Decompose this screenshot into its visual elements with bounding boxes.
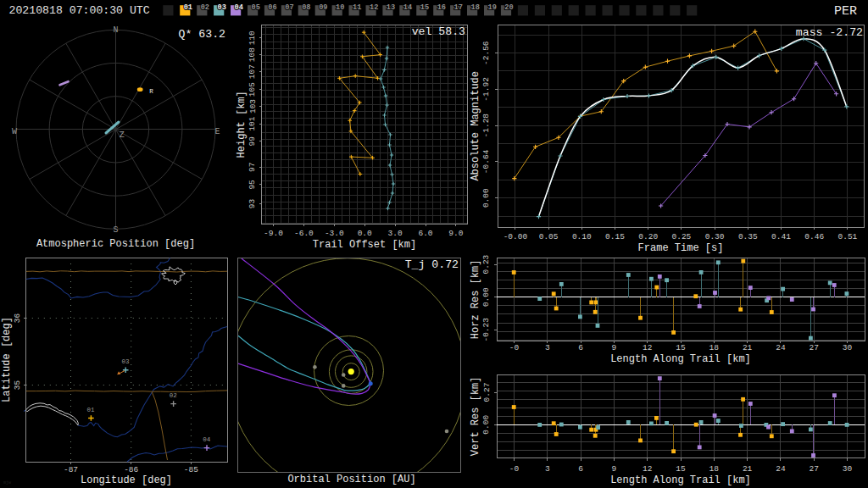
svg-text:110: 110: [248, 30, 258, 45]
svg-text:15: 15: [676, 343, 686, 352]
svg-text:97: 97: [248, 163, 258, 172]
svg-text:06: 06: [268, 3, 276, 12]
svg-text:107: 107: [248, 64, 258, 79]
svg-text:12: 12: [643, 464, 653, 474]
svg-text:18: 18: [709, 464, 720, 474]
svg-text:9: 9: [612, 343, 617, 352]
svg-text:101: 101: [248, 116, 258, 130]
svg-text:N: N: [113, 25, 118, 35]
svg-text:01: 01: [184, 3, 192, 12]
svg-text:12: 12: [370, 3, 378, 12]
svg-text:-0: -0: [509, 464, 520, 474]
svg-text:0.23: 0.23: [482, 254, 492, 274]
svg-text:-0.64: -0.64: [482, 149, 492, 174]
svg-text:04: 04: [234, 3, 242, 12]
svg-text:R: R: [149, 88, 153, 95]
svg-text:6.0: 6.0: [418, 229, 432, 238]
svg-text:-87: -87: [64, 465, 78, 474]
svg-text:0.25: 0.25: [671, 232, 691, 241]
svg-text:17: 17: [454, 3, 463, 12]
svg-text:Height [km]: Height [km]: [236, 91, 248, 158]
svg-text:02: 02: [201, 3, 209, 12]
svg-text:14: 14: [403, 3, 412, 12]
svg-text:18: 18: [470, 3, 479, 12]
svg-text:3: 3: [545, 343, 550, 352]
svg-text:-1.28: -1.28: [482, 114, 492, 138]
svg-text:0.15: 0.15: [605, 232, 625, 241]
svg-text:Length Along Trail [km]: Length Along Trail [km]: [610, 353, 751, 365]
svg-text:E: E: [214, 127, 220, 136]
svg-text:0.05: 0.05: [539, 232, 559, 241]
svg-text:0.00: 0.00: [482, 415, 492, 435]
svg-text:03: 03: [218, 3, 226, 12]
svg-text:Absolute Magnitude: Absolute Magnitude: [470, 71, 481, 181]
svg-text:0.20: 0.20: [638, 232, 658, 241]
svg-text:-85: -85: [184, 465, 198, 474]
svg-text:05: 05: [251, 3, 259, 12]
svg-text:95: 95: [248, 180, 258, 190]
svg-text:Latitude [deg]: Latitude [deg]: [1, 317, 13, 402]
svg-text:08: 08: [302, 3, 310, 12]
svg-text:-0.00: -0.00: [504, 232, 528, 241]
svg-text:W: W: [12, 127, 17, 136]
svg-text:09: 09: [319, 3, 327, 12]
svg-text:108: 108: [248, 47, 258, 62]
svg-text:S: S: [113, 225, 118, 235]
svg-text:Length Along Trail [km]: Length Along Trail [km]: [610, 474, 751, 486]
svg-text:35: 35: [13, 380, 22, 391]
svg-text:0.27: 0.27: [482, 383, 492, 402]
svg-text:Horz Res [km]: Horz Res [km]: [470, 260, 481, 340]
svg-text:03: 03: [121, 358, 130, 365]
svg-text:-0.23: -0.23: [482, 318, 492, 342]
svg-text:16: 16: [437, 3, 446, 12]
svg-text:Longitude [deg]: Longitude [deg]: [81, 474, 172, 486]
svg-text:0.00: 0.00: [482, 287, 492, 307]
svg-text:PER: PER: [834, 4, 857, 19]
svg-text:0.51: 0.51: [837, 232, 857, 241]
svg-text:-6.0: -6.0: [294, 229, 314, 238]
svg-text:24: 24: [776, 464, 786, 474]
svg-text:9: 9: [612, 464, 617, 474]
svg-text:-2.56: -2.56: [482, 41, 492, 65]
svg-text:13: 13: [387, 3, 395, 12]
svg-text:3: 3: [545, 464, 550, 474]
svg-text:93: 93: [248, 199, 258, 209]
svg-text:07: 07: [285, 3, 293, 12]
svg-text:12: 12: [643, 343, 653, 352]
svg-text:24: 24: [776, 343, 786, 352]
svg-text:0.35: 0.35: [738, 232, 758, 241]
svg-text:-3.0: -3.0: [325, 229, 344, 238]
svg-text:6: 6: [578, 464, 583, 474]
svg-text:11: 11: [353, 3, 361, 12]
svg-text:30: 30: [843, 464, 853, 474]
svg-text:-1.92: -1.92: [482, 77, 492, 102]
svg-text:0.0: 0.0: [358, 229, 372, 238]
svg-text:30: 30: [843, 343, 853, 352]
svg-text:vel 58.3: vel 58.3: [412, 25, 465, 38]
svg-text:0.46: 0.46: [804, 232, 824, 241]
svg-text:0.30: 0.30: [705, 232, 725, 241]
svg-text:103: 103: [248, 99, 258, 114]
svg-text:20: 20: [504, 3, 513, 12]
svg-text:36: 36: [13, 313, 22, 324]
svg-text:21: 21: [743, 464, 753, 474]
svg-text:15: 15: [676, 464, 686, 474]
svg-text:3.0: 3.0: [388, 229, 403, 238]
svg-text:Atmospheric Position [deg]: Atmospheric Position [deg]: [36, 238, 195, 250]
svg-text:Frame Time [s]: Frame Time [s]: [638, 242, 724, 254]
svg-text:9.0: 9.0: [448, 229, 463, 238]
svg-text:-9.0: -9.0: [264, 229, 283, 238]
svg-text:01: 01: [87, 407, 96, 413]
svg-text:6: 6: [578, 343, 583, 352]
svg-text:Q* 63.2: Q* 63.2: [179, 28, 225, 41]
svg-text:10: 10: [336, 3, 344, 12]
svg-text:Orbital Position [AU]: Orbital Position [AU]: [287, 474, 415, 485]
svg-text:21: 21: [743, 343, 753, 352]
svg-text:27: 27: [809, 343, 818, 352]
svg-text:20210818 07:00:30 UTC: 20210818 07:00:30 UTC: [9, 4, 150, 17]
svg-text:-0: -0: [509, 343, 520, 352]
svg-text:Z: Z: [120, 130, 125, 140]
svg-text:27: 27: [809, 464, 818, 474]
svg-text:0.10: 0.10: [572, 232, 592, 241]
svg-text:18: 18: [709, 343, 720, 352]
